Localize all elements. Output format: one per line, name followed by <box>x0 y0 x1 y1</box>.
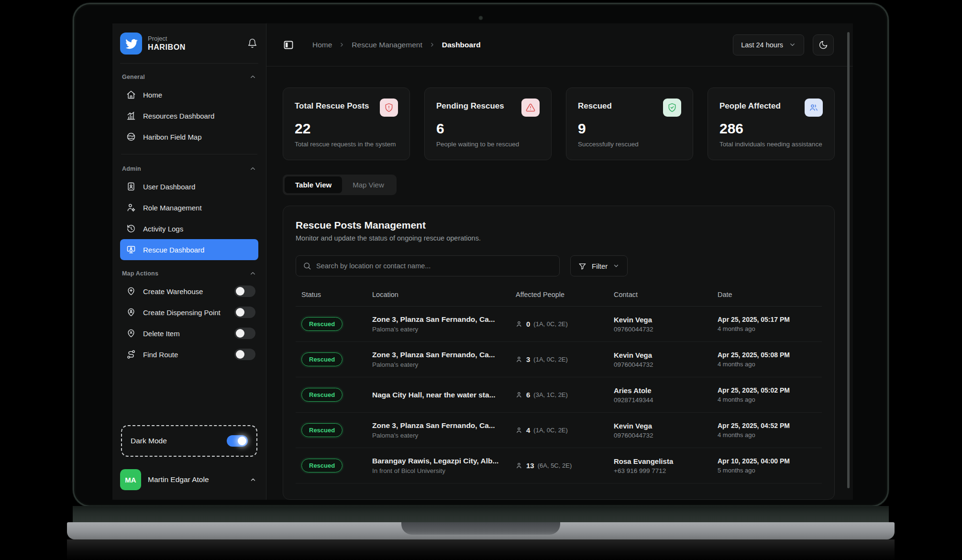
toggle-knob <box>236 308 244 317</box>
delete-item-toggle[interactable] <box>234 328 255 339</box>
table-row[interactable]: Rescued Zone 3, Planza San Fernando, Ca.… <box>296 413 822 448</box>
tab-map-view[interactable]: Map View <box>342 176 395 193</box>
contact-name: Kevin Vega <box>614 316 718 324</box>
sidebar-item-role-management[interactable]: Role Management <box>120 197 258 218</box>
sidebar-section-general[interactable]: General <box>122 73 256 80</box>
create-dispensing-point-toggle[interactable] <box>234 307 255 318</box>
theme-toggle-button[interactable] <box>813 34 834 55</box>
table-row[interactable]: Rescued Zone 3, Planza San Fernando, Ca.… <box>296 342 822 377</box>
rescue-posts-panel: Rescue Posts Management Monitor and upda… <box>283 206 835 500</box>
stat-value: 286 <box>719 121 823 137</box>
create-warehouse-toggle[interactable] <box>234 285 255 297</box>
date-value: Apr 10, 2025, 04:00 PM <box>718 457 822 465</box>
sidebar-item-label: Resources Dashboard <box>143 112 214 120</box>
stat-card-pending-rescues: Pending Rescues 6 People waiting to be r… <box>424 88 552 160</box>
find-route-toggle[interactable] <box>234 349 255 360</box>
dark-mode-label: Dark Mode <box>131 437 227 445</box>
time-filter-value: Last 24 hours <box>741 41 783 49</box>
people-breakdown: (6A, 5C, 2E) <box>538 462 572 469</box>
date-cell: Apr 25, 2025, 05:17 PM 4 months ago <box>718 316 822 332</box>
affected-people-cell: 4 (1A, 0C, 2E) <box>516 426 614 434</box>
contact-name: Kevin Vega <box>614 351 718 359</box>
toggle-knob <box>238 437 246 445</box>
map-action-find-route: Find Route <box>120 344 258 365</box>
contact-phone: 09760044732 <box>614 432 718 439</box>
chevron-up-icon <box>249 165 256 172</box>
row-sublocation: In front of Bicol University <box>372 467 516 474</box>
stat-subtitle: People waiting to be rescued <box>436 140 540 149</box>
sidebar-item-resources-dashboard[interactable]: Resources Dashboard <box>120 105 258 126</box>
column-affected-people: Affected People <box>516 291 614 298</box>
section-admin-label: Admin <box>122 165 141 172</box>
affected-people-cell: 0 (1A, 0C, 2E) <box>516 320 614 328</box>
sidebar-section-admin[interactable]: Admin <box>122 165 256 172</box>
sidebar-item-label: User Dashboard <box>143 183 195 191</box>
table-rows: Rescued Zone 3, Planza San Fernando, Ca.… <box>296 307 822 483</box>
sidebar-item-rescue-dashboard[interactable]: Rescue Dashboard <box>120 239 258 260</box>
id-card-icon <box>126 182 136 191</box>
chevron-up-icon <box>249 73 256 80</box>
location-cell: Zone 3, Planza San Fernando, Ca... Palom… <box>372 315 516 333</box>
search-input[interactable] <box>316 262 553 270</box>
person-icon <box>516 462 523 469</box>
sidebar-collapse-icon[interactable] <box>283 39 294 51</box>
row-location: Zone 3, Planza San Fernando, Ca... <box>372 421 516 430</box>
people-breakdown: (3A, 1C, 2E) <box>533 391 568 398</box>
table-row[interactable]: Rescued Barangay Rawis, Legazpi City, Al… <box>296 448 822 483</box>
map-action-label: Find Route <box>143 351 234 359</box>
sidebar-item-home[interactable]: Home <box>120 84 258 105</box>
filter-button[interactable]: Filter <box>570 255 628 276</box>
stat-subtitle: Total rescue requests in the system <box>295 140 398 149</box>
time-filter-dropdown[interactable]: Last 24 hours <box>733 34 804 55</box>
map-action-delete-item: Delete Item <box>120 323 258 344</box>
filter-label: Filter <box>592 262 608 270</box>
status-badge: Rescued <box>301 423 343 437</box>
vertical-scrollbar[interactable] <box>847 32 850 488</box>
dark-mode-toggle[interactable] <box>227 435 248 447</box>
breadcrumb-section[interactable]: Rescue Management <box>352 41 422 49</box>
brand-text: Project HARIBON <box>148 35 247 52</box>
sidebar-item-activity-logs[interactable]: Activity Logs <box>120 218 258 239</box>
user-menu[interactable]: MA Martin Edgar Atole <box>120 464 258 495</box>
monitor-user-icon <box>126 245 136 254</box>
toggle-knob <box>236 287 244 296</box>
triangle-alert-icon <box>521 99 540 117</box>
date-value: Apr 25, 2025, 04:52 PM <box>718 422 822 429</box>
breadcrumb-home[interactable]: Home <box>312 41 332 49</box>
main-area: Home Rescue Management Dashboard Last 24… <box>266 23 853 500</box>
date-relative: 4 months ago <box>718 396 822 403</box>
location-cell: Barangay Rawis, Legazpi City, Alb... In … <box>372 457 516 474</box>
laptop-hinge <box>73 506 889 522</box>
dark-mode-box: Dark Mode <box>121 425 257 457</box>
people-count: 6 <box>526 391 530 399</box>
pin-user-icon <box>126 307 136 317</box>
location-cell: Zone 3, Planza San Fernando, Ca... Palom… <box>372 351 516 368</box>
map-action-label: Create Dispensing Point <box>143 308 234 317</box>
sidebar-item-haribon-field-map[interactable]: Haribon Field Map <box>120 126 258 147</box>
sidebar-section-map-actions[interactable]: Map Actions <box>122 270 256 277</box>
row-sublocation: Paloma's eatery <box>372 361 516 368</box>
funnel-icon <box>578 262 586 270</box>
section-general-label: General <box>122 74 145 80</box>
laptop-mockup: Project HARIBON General Home <box>0 0 962 560</box>
toggle-knob <box>236 350 244 359</box>
people-breakdown: (1A, 0C, 2E) <box>533 356 568 363</box>
toggle-knob <box>236 329 244 338</box>
table-row[interactable]: Rescued Naga City Hall, near the water s… <box>296 377 822 413</box>
sidebar-item-user-dashboard[interactable]: User Dashboard <box>120 176 258 197</box>
people-breakdown: (1A, 0C, 2E) <box>533 427 568 434</box>
status-cell: Rescued <box>301 459 372 472</box>
table-row[interactable]: Rescued Zone 3, Planza San Fernando, Ca.… <box>296 307 822 342</box>
table-tools: Filter <box>296 255 822 276</box>
date-value: Apr 25, 2025, 05:02 PM <box>718 386 822 394</box>
status-cell: Rescued <box>301 423 372 437</box>
chevron-right-icon <box>339 42 345 48</box>
tab-table-view[interactable]: Table View <box>285 176 342 193</box>
user-name: Martin Edgar Atole <box>148 475 250 484</box>
notifications-bell-icon[interactable] <box>247 38 257 48</box>
affected-people-cell: 6 (3A, 1C, 2E) <box>516 391 614 399</box>
bird-icon <box>124 37 138 50</box>
chart-icon <box>126 111 136 121</box>
row-location: Zone 3, Planza San Fernando, Ca... <box>372 315 516 324</box>
chevron-up-icon <box>250 476 256 483</box>
